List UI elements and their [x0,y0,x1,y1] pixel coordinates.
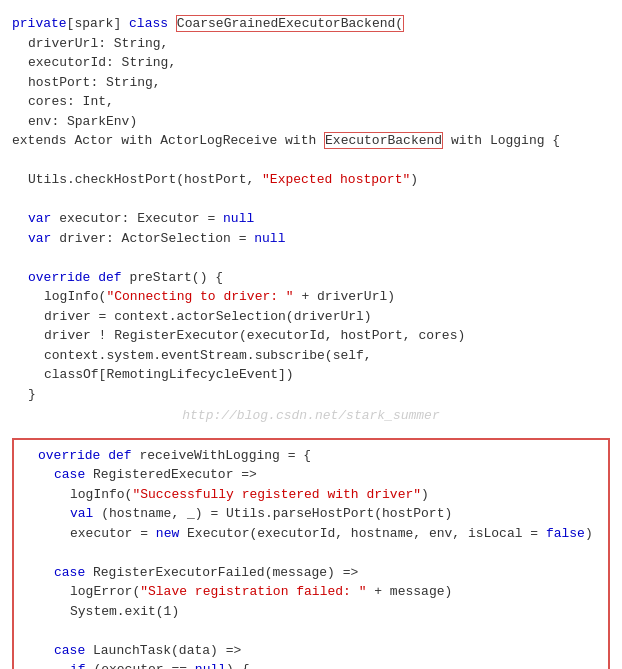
code-line-8: Utils.checkHostPort(hostPort, "Expected … [12,170,610,190]
code-line-12: logInfo("Connecting to driver: " + drive… [12,287,610,307]
code-line-6: env: SparkEnv) [12,112,610,132]
b-code-line-7: logError("Slave registration failed: " +… [22,582,600,602]
code-line-2: driverUrl: String, [12,34,610,54]
code-line-10: var driver: ActorSelection = null [12,229,610,249]
top-code-section: private[spark] class CoarseGrainedExecut… [12,8,610,430]
b-code-line-6: case RegisterExecutorFailed(message) => [22,563,600,583]
code-line-blank2 [12,190,610,210]
code-line-9: var executor: Executor = null [12,209,610,229]
code-line-4: hostPort: String, [12,73,610,93]
bottom-code-section: override def receiveWithLogging = { case… [12,438,610,670]
code-line-5: cores: Int, [12,92,610,112]
b-code-line-blank2 [22,621,600,641]
code-line-blank3 [12,248,610,268]
watermark: http://blog.csdn.net/stark_summer [12,406,610,426]
code-line-1: private[spark] class CoarseGrainedExecut… [12,14,610,34]
b-code-line-10: if (executor == null) { [22,660,600,669]
b-code-line-blank1 [22,543,600,563]
class-highlight-box: CoarseGrainedExecutorBackend( [176,15,404,32]
code-line-13: driver = context.actorSelection(driverUr… [12,307,610,327]
b-code-line-1: override def receiveWithLogging = { [22,446,600,466]
executor-backend-highlight: ExecutorBackend [324,132,443,149]
code-container: private[spark] class CoarseGrainedExecut… [0,0,622,669]
code-line-blank1 [12,151,610,171]
code-line-15: context.system.eventStream.subscribe(sel… [12,346,610,385]
code-line-14: driver ! RegisterExecutor(executorId, ho… [12,326,610,346]
b-code-line-3: logInfo("Successfully registered with dr… [22,485,600,505]
b-code-line-5: executor = new Executor(executorId, host… [22,524,600,544]
code-line-11: override def preStart() { [12,268,610,288]
code-line-7: extends Actor with ActorLogReceive with … [12,131,610,151]
b-code-line-4: val (hostname, _) = Utils.parseHostPort(… [22,504,600,524]
b-code-line-9: case LaunchTask(data) => [22,641,600,661]
code-line-16: } [12,385,610,405]
b-code-line-2: case RegisteredExecutor => [22,465,600,485]
code-line-3: executorId: String, [12,53,610,73]
b-code-line-8: System.exit(1) [22,602,600,622]
